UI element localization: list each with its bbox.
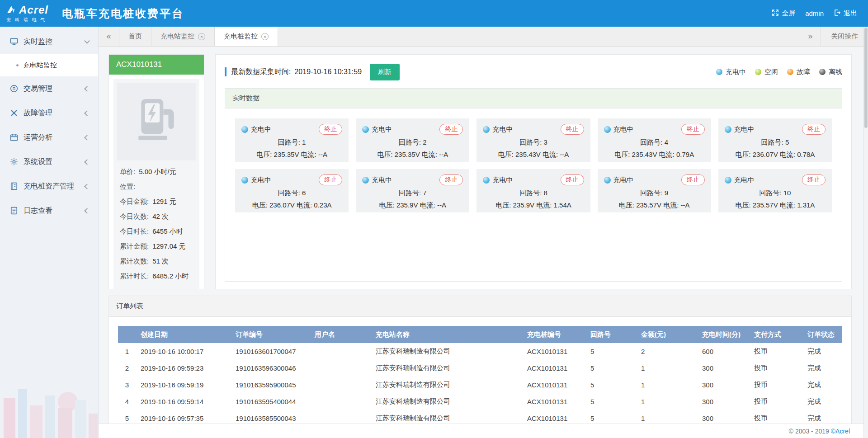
close-operations-button[interactable]: 关闭操作 xyxy=(821,27,868,46)
tabbar-spacer xyxy=(278,27,800,46)
circuit-status-label: 充电中 xyxy=(613,125,634,134)
sidebar-item-realtime-monitor[interactable]: 实时监控 xyxy=(0,29,98,54)
cell-order-status: 完成 xyxy=(803,393,842,410)
circuit-status-label: 充电中 xyxy=(251,125,271,134)
blue-accent-bar xyxy=(225,67,226,76)
terminate-button[interactable]: 终止 xyxy=(561,124,584,135)
terminate-button[interactable]: 终止 xyxy=(802,124,826,135)
top-header: Acrel 安 科 瑞 电 气 电瓶车充电桩收费平台 全屏 admin 退出 xyxy=(0,0,868,27)
sidebar-item-transactions[interactable]: 交易管理 xyxy=(0,76,98,101)
col-station-name: 充电站名称 xyxy=(371,326,523,343)
terminate-button[interactable]: 终止 xyxy=(681,174,705,185)
cell-amount: 2 xyxy=(637,343,698,360)
circuit-card: 充电中 终止 回路号: 1 电压: 235.35V 电流: --A xyxy=(235,118,349,162)
cell-username xyxy=(310,343,371,360)
bullet-dot-icon xyxy=(16,64,19,66)
cell-station-name: 江苏安科瑞制造有限公司 xyxy=(371,360,523,377)
sidebar-item-label: 运营分析 xyxy=(24,133,52,142)
next-tabs-button[interactable]: » xyxy=(800,27,821,46)
terminate-button[interactable]: 终止 xyxy=(319,174,342,185)
sidebar-item-settings[interactable]: 系统设置 xyxy=(0,150,98,174)
tab-home[interactable]: 首页 xyxy=(119,27,151,46)
cell-amount: 1 xyxy=(637,393,698,410)
cell-amount: 1 xyxy=(637,360,698,377)
circuit-power: 电压: 235.57V 电流: 1.31A xyxy=(725,201,826,210)
circuit-card: 充电中 终止 回路号: 9 电压: 235.57V 电流: --A xyxy=(598,169,711,212)
charging-status-dot xyxy=(483,126,490,133)
logo-text: Acrel xyxy=(19,4,48,16)
table-row[interactable]: 4 2019-10-16 09:59:14 1910163595400044 江… xyxy=(118,393,842,410)
pile-stat-label: 累计次数: xyxy=(120,257,149,265)
double-chevron-right-icon: » xyxy=(808,32,812,41)
scrollbar-thumb[interactable] xyxy=(864,28,868,128)
legend-offline: 离线 xyxy=(819,68,842,76)
terminate-button[interactable]: 终止 xyxy=(681,124,705,135)
circuit-card: 充电中 终止 回路号: 4 电压: 235.43V 电流: 0.79A xyxy=(598,118,711,162)
cell-pay-method: 投币 xyxy=(750,410,803,424)
acrel-link[interactable]: ©Acrel xyxy=(831,428,850,435)
cell-order-no: 1910163601700047 xyxy=(231,343,310,360)
user-menu[interactable]: admin xyxy=(805,9,824,17)
refresh-button[interactable]: 刷新 xyxy=(370,64,400,80)
col-amount: 金额(元) xyxy=(637,326,698,343)
circuit-number: 回路号: 5 xyxy=(725,138,826,147)
circuit-card: 充电中 终止 回路号: 6 电压: 236.07V 电流: 0.23A xyxy=(235,169,349,212)
vertical-scrollbar[interactable] xyxy=(863,27,868,438)
circuit-number: 回路号: 2 xyxy=(362,138,463,147)
col-circuit-no: 回路号 xyxy=(586,326,637,343)
sidebar-item-label: 充电桩资产管理 xyxy=(24,182,74,191)
sidebar-item-station-monitor[interactable]: 充电站监控 xyxy=(0,54,98,76)
tab-bar: « 首页 充电站监控 × 充电桩监控 × » 关闭操作 xyxy=(99,27,868,47)
table-row[interactable]: 3 2019-10-16 09:59:19 1910163595900045 江… xyxy=(118,377,842,393)
page-content: ACX1010131 xyxy=(99,47,868,424)
charging-status-dot xyxy=(725,126,731,133)
idle-dot-icon xyxy=(755,69,761,75)
cell-username xyxy=(310,410,371,424)
pile-stats: 单价:5.00 小时/元 位置: 今日金额:1291 元 xyxy=(113,161,199,292)
orders-table: 创建日期 订单编号 用户名 充电站名称 充电桩编号 回路号 金额(元) 充电时间… xyxy=(118,326,842,424)
tab-station-monitor[interactable]: 充电站监控 × xyxy=(151,27,215,46)
close-icon[interactable]: × xyxy=(198,33,205,40)
legend-label: 离线 xyxy=(829,68,842,76)
charging-status-dot xyxy=(241,126,248,133)
circuit-power: 电压: 235.9V 电流: --A xyxy=(362,201,463,210)
charging-status-dot xyxy=(241,177,248,184)
sidebar-item-analysis[interactable]: 运营分析 xyxy=(0,125,98,150)
circuit-power: 电压: 235.35V 电流: --A xyxy=(362,151,463,159)
charging-status-dot xyxy=(362,126,369,133)
page-footer: © 2003 - 2019 ©Acrel xyxy=(99,424,868,438)
tab-pile-monitor[interactable]: 充电桩监控 × xyxy=(215,27,278,46)
cell-index: 1 xyxy=(118,343,136,360)
pile-id: ACX1010131 xyxy=(109,55,204,75)
table-row[interactable]: 1 2019-10-16 10:00:17 1910163601700047 江… xyxy=(118,343,842,360)
sidebar-item-faults[interactable]: 故障管理 xyxy=(0,101,98,125)
sidebar-item-logs[interactable]: 日志查看 xyxy=(0,198,98,223)
logout-button[interactable]: 退出 xyxy=(834,9,857,18)
prev-tabs-button[interactable]: « xyxy=(99,27,119,46)
cell-order-status: 完成 xyxy=(803,410,842,424)
circuit-power: 电压: 235.9V 电流: 1.54A xyxy=(483,201,584,210)
terminate-button[interactable]: 终止 xyxy=(319,124,342,135)
close-icon[interactable]: × xyxy=(261,33,269,40)
circuit-number: 回路号: 10 xyxy=(725,189,826,198)
table-row[interactable]: 5 2019-10-16 09:57:35 1910163585500043 江… xyxy=(118,410,842,424)
terminate-button[interactable]: 终止 xyxy=(802,174,826,185)
circuit-card: 充电中 终止 回路号: 7 电压: 235.9V 电流: --A xyxy=(356,169,469,212)
charging-status-dot xyxy=(362,177,369,184)
col-order-status: 订单状态 xyxy=(803,326,842,343)
main-area: « 首页 充电站监控 × 充电桩监控 × » 关闭操作 xyxy=(99,27,868,438)
circuit-power: 电压: 235.57V 电流: --A xyxy=(604,201,705,210)
cell-pay-method: 投币 xyxy=(750,377,803,393)
cell-order-no: 1910163596300046 xyxy=(231,360,310,377)
terminate-button[interactable]: 终止 xyxy=(439,174,463,185)
username: admin xyxy=(805,9,824,17)
circuit-status-label: 充电中 xyxy=(734,176,755,184)
cell-index: 4 xyxy=(118,393,136,410)
fullscreen-button[interactable]: 全屏 xyxy=(772,9,795,18)
circuit-status-label: 充电中 xyxy=(372,176,392,184)
terminate-button[interactable]: 终止 xyxy=(561,174,584,185)
sidebar-item-pile-assets[interactable]: 充电桩资产管理 xyxy=(0,174,98,198)
terminate-button[interactable]: 终止 xyxy=(439,124,463,135)
table-row[interactable]: 2 2019-10-16 09:59:23 1910163596300046 江… xyxy=(118,360,842,377)
cell-circuit-no: 5 xyxy=(586,393,637,410)
